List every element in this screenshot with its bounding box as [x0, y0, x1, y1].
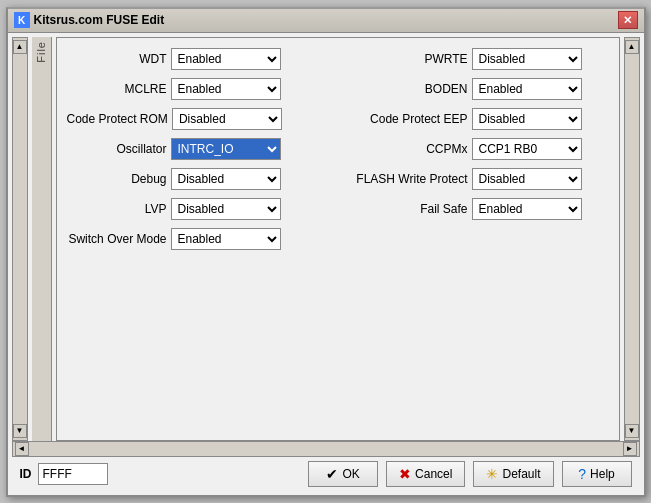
left-scrollbar: ▲ ▼	[12, 37, 28, 441]
field-row-fail-safe: Fail Safe Enabled Disabled	[348, 198, 609, 220]
fuse-edit-window: K Kitsrus.com FUSE Edit ✕ ▲ ▼ File	[6, 7, 646, 497]
select-ccpmx[interactable]: CCP1 RB0 CCP1 RB3	[472, 138, 582, 160]
field-row-code-protect-eep: Code Protect EEP Enabled Disabled	[348, 108, 609, 130]
id-label: ID	[20, 467, 32, 481]
ok-label: OK	[342, 467, 359, 481]
scroll-left-arrow[interactable]: ◄	[15, 442, 29, 456]
right-fields-column: PWRTE Enabled Disabled BODEN Enabled Dis…	[348, 48, 609, 430]
field-row-code-protect-rom: Code Protect ROM Enabled Disabled	[67, 108, 328, 130]
cancel-button[interactable]: ✖ Cancel	[386, 461, 465, 487]
help-label: Help	[590, 467, 615, 481]
field-row-pwrte: PWRTE Enabled Disabled	[348, 48, 609, 70]
title-bar: K Kitsrus.com FUSE Edit ✕	[8, 9, 644, 33]
field-row-switch-over: Switch Over Mode Enabled Disabled	[67, 228, 328, 250]
file-panel: File	[32, 37, 52, 441]
field-row-mclre: MCLRE Enabled Disabled	[67, 78, 328, 100]
label-switch-over: Switch Over Mode	[67, 232, 167, 246]
id-row: ID ✔ OK ✖ Cancel ✳ Default ? Help	[12, 457, 640, 491]
content-panel: WDT Enabled Disabled MCLRE Enabled Disab…	[56, 37, 620, 441]
select-debug[interactable]: Enabled Disabled	[171, 168, 281, 190]
select-fail-safe[interactable]: Enabled Disabled	[472, 198, 582, 220]
select-lvp[interactable]: Enabled Disabled	[171, 198, 281, 220]
window-title: Kitsrus.com FUSE Edit	[34, 13, 165, 27]
label-code-protect-eep: Code Protect EEP	[348, 112, 468, 126]
cancel-label: Cancel	[415, 467, 452, 481]
label-pwrte: PWRTE	[348, 52, 468, 66]
label-lvp: LVP	[67, 202, 167, 216]
cancel-icon: ✖	[399, 466, 411, 482]
field-row-ccpmx: CCPMx CCP1 RB0 CCP1 RB3	[348, 138, 609, 160]
label-code-protect-rom: Code Protect ROM	[67, 112, 168, 126]
select-wdt[interactable]: Enabled Disabled	[171, 48, 281, 70]
label-mclre: MCLRE	[67, 82, 167, 96]
field-row-flash-write-protect: FLASH Write Protect Enabled Disabled	[348, 168, 609, 190]
default-icon: ✳	[486, 466, 498, 482]
label-fail-safe: Fail Safe	[348, 202, 468, 216]
select-oscillator[interactable]: INTRC_IO INTRC XT HS RC EC	[171, 138, 281, 160]
ok-icon: ✔	[326, 466, 338, 482]
label-boden: BODEN	[348, 82, 468, 96]
scroll-right-up-arrow[interactable]: ▲	[625, 40, 639, 54]
help-icon: ?	[578, 466, 586, 482]
default-button[interactable]: ✳ Default	[473, 461, 553, 487]
select-mclre[interactable]: Enabled Disabled	[171, 78, 281, 100]
left-fields-column: WDT Enabled Disabled MCLRE Enabled Disab…	[67, 48, 328, 430]
scroll-right-arrow[interactable]: ►	[623, 442, 637, 456]
title-bar-left: K Kitsrus.com FUSE Edit	[14, 12, 165, 28]
main-area: ▲ ▼ File WDT Enabled Disabled	[12, 37, 640, 441]
label-oscillator: Oscillator	[67, 142, 167, 156]
scroll-up-arrow[interactable]: ▲	[13, 40, 27, 54]
close-button[interactable]: ✕	[618, 11, 638, 29]
right-scrollbar: ▲ ▼	[624, 37, 640, 441]
select-code-protect-eep[interactable]: Enabled Disabled	[472, 108, 582, 130]
window-icon: K	[14, 12, 30, 28]
label-wdt: WDT	[67, 52, 167, 66]
select-code-protect-rom[interactable]: Enabled Disabled	[172, 108, 282, 130]
field-row-wdt: WDT Enabled Disabled	[67, 48, 328, 70]
field-row-lvp: LVP Enabled Disabled	[67, 198, 328, 220]
scroll-down-arrow[interactable]: ▼	[13, 424, 27, 438]
select-switch-over[interactable]: Enabled Disabled	[171, 228, 281, 250]
field-row-boden: BODEN Enabled Disabled	[348, 78, 609, 100]
bottom-scrollbar: ◄ ►	[12, 441, 640, 457]
select-flash-write-protect[interactable]: Enabled Disabled	[472, 168, 582, 190]
label-flash-write-protect: FLASH Write Protect	[348, 172, 468, 186]
select-pwrte[interactable]: Enabled Disabled	[472, 48, 582, 70]
help-button[interactable]: ? Help	[562, 461, 632, 487]
fields-container: WDT Enabled Disabled MCLRE Enabled Disab…	[57, 38, 619, 440]
button-row: ✔ OK ✖ Cancel ✳ Default ? Help	[308, 461, 631, 487]
id-input[interactable]	[38, 463, 108, 485]
field-row-debug: Debug Enabled Disabled	[67, 168, 328, 190]
file-label: File	[35, 41, 47, 63]
field-row-oscillator: Oscillator INTRC_IO INTRC XT HS RC EC	[67, 138, 328, 160]
ok-button[interactable]: ✔ OK	[308, 461, 378, 487]
select-boden[interactable]: Enabled Disabled	[472, 78, 582, 100]
label-debug: Debug	[67, 172, 167, 186]
scroll-right-down-arrow[interactable]: ▼	[625, 424, 639, 438]
default-label: Default	[502, 467, 540, 481]
window-body: ▲ ▼ File WDT Enabled Disabled	[8, 33, 644, 495]
label-ccpmx: CCPMx	[348, 142, 468, 156]
